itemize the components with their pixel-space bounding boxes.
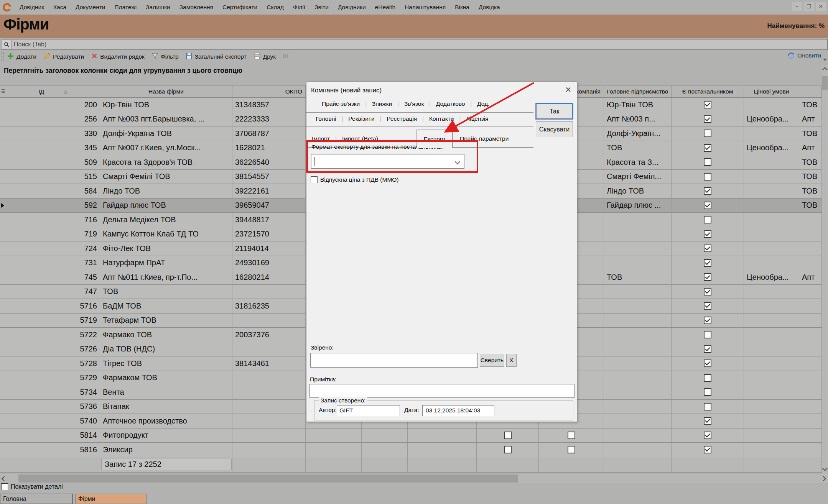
cell-name[interactable]: Кампус Коттон Клаб ТД ТО — [100, 227, 232, 241]
verify-clear-button[interactable]: X — [506, 354, 517, 367]
cell-name[interactable]: Красота та Здоров'я ТОВ — [100, 155, 232, 169]
cell-name[interactable]: Натурфарм ПрАТ — [100, 256, 232, 270]
vertical-scroll-thumb[interactable] — [822, 76, 828, 90]
cell-type[interactable] — [799, 328, 822, 342]
cell-okpo[interactable] — [232, 414, 306, 428]
cell-okpo[interactable]: 39448817 — [232, 213, 306, 227]
cell-price[interactable] — [744, 155, 799, 169]
cell-okpo[interactable] — [232, 428, 306, 443]
ok-button[interactable]: Так — [536, 103, 573, 119]
cell-ind[interactable] — [0, 400, 6, 414]
note-field[interactable] — [309, 384, 574, 398]
toolbar-button-Додати[interactable]: Додати — [7, 53, 36, 61]
cell-name[interactable]: Эликсир — [100, 443, 232, 457]
cell-h1[interactable] — [306, 428, 362, 443]
cell-price[interactable] — [744, 98, 799, 112]
cell-name[interactable]: Тігрес ТОВ — [100, 356, 232, 371]
verify-button[interactable]: Сверить — [480, 354, 504, 367]
cell-parent[interactable] — [604, 241, 672, 256]
cell-name[interactable]: Дельта Медікел ТОВ — [100, 213, 232, 227]
cell-price[interactable] — [744, 414, 799, 428]
tab-r3-2[interactable]: Імпорт (Beta) — [342, 135, 378, 142]
cell-type[interactable]: ТОВ — [799, 184, 822, 198]
cell-id[interactable]: 5740 — [6, 414, 100, 428]
menu-item-6[interactable]: Замовлення — [175, 0, 218, 15]
search-input[interactable]: Поиск (Tab) — [1, 39, 828, 50]
cell-parent[interactable] — [604, 443, 672, 457]
cell-ind[interactable] — [0, 213, 6, 227]
column-header-ind[interactable] — [0, 85, 6, 97]
cell-id[interactable]: 515 — [6, 170, 100, 184]
cell-price[interactable] — [744, 314, 799, 328]
cell-ind[interactable] — [0, 299, 6, 313]
cell-okpo[interactable] — [232, 443, 306, 457]
export-format-combobox[interactable] — [311, 154, 464, 169]
cell-okpo[interactable] — [232, 371, 306, 385]
toolbar-button-Загальний експорт[interactable]: Загальний експорт — [186, 53, 247, 61]
cell-price[interactable] — [744, 285, 799, 299]
scroll-left-icon[interactable] — [1, 475, 8, 482]
cell-price[interactable] — [744, 356, 799, 371]
checkbox-supplier-checked[interactable] — [704, 317, 711, 324]
cell-id[interactable]: 5736 — [6, 400, 100, 414]
cell-ind[interactable] — [0, 342, 6, 356]
tab-export[interactable]: Експорт — [416, 130, 453, 148]
cell-type[interactable]: ТОВ — [799, 199, 822, 213]
cell-okpo[interactable]: 23721570 — [232, 227, 306, 241]
checkbox-supplier-unchecked[interactable] — [704, 331, 711, 338]
cell-id[interactable]: 5816 — [6, 443, 100, 457]
cell-name[interactable]: Вента — [100, 385, 232, 399]
cell-name[interactable]: Долфі-Україна ТОВ — [100, 126, 232, 141]
tab-r3r-1[interactable]: Прайс-параметри — [460, 135, 509, 142]
menu-item-10[interactable]: Звіти — [310, 0, 333, 15]
cell-ind[interactable] — [0, 227, 6, 241]
checkbox-company-unchecked[interactable] — [568, 446, 575, 453]
menu-item-8[interactable]: Склад — [262, 0, 288, 15]
cell-parent[interactable] — [604, 314, 672, 328]
cell-name[interactable]: Апт №007 г.Киев, ул.Моск... — [100, 141, 232, 155]
cell-type[interactable] — [799, 385, 822, 399]
cell-name[interactable]: Вітапак — [100, 400, 232, 414]
scroll-up-icon[interactable] — [822, 66, 828, 74]
cell-h3[interactable] — [408, 428, 477, 443]
cell-type[interactable] — [799, 299, 822, 313]
cell-parent[interactable] — [604, 428, 672, 443]
cell-type[interactable] — [799, 414, 822, 428]
cell-price[interactable] — [744, 126, 799, 141]
checkbox-supplier-checked[interactable] — [704, 345, 711, 353]
cell-name[interactable]: Апт №011 г.Киев, пр-т.По... — [100, 270, 232, 284]
column-header-price[interactable]: Цінові умови — [744, 85, 799, 97]
tab-r1-1[interactable]: Прайс-зв'язки — [322, 100, 360, 107]
cell-id[interactable]: 5716 — [6, 299, 100, 313]
cell-parent[interactable] — [604, 385, 672, 399]
cell-ind[interactable] — [0, 98, 6, 112]
toolbar-button-Фільтр[interactable]: Фільтр — [151, 53, 179, 61]
checkbox-supplier-checked[interactable] — [704, 273, 711, 281]
cell-okpo[interactable] — [232, 285, 306, 299]
column-header-type[interactable] — [799, 85, 822, 97]
cell-price[interactable] — [744, 227, 799, 241]
cell-okpo[interactable]: 38143461 — [232, 356, 306, 371]
checkbox-supplier-unchecked[interactable] — [704, 374, 711, 382]
cell-type[interactable] — [799, 371, 822, 385]
cell-h2[interactable] — [362, 428, 408, 443]
cell-type[interactable]: Апт — [799, 112, 822, 126]
cell-ind[interactable] — [0, 314, 6, 328]
cell-price[interactable] — [744, 199, 799, 213]
checkbox-supplier-checked[interactable] — [704, 360, 711, 367]
checkbox-company-unchecked[interactable] — [568, 432, 575, 439]
menu-item-2[interactable]: Каса — [49, 0, 71, 15]
cell-type[interactable] — [799, 314, 822, 328]
cell-parent[interactable] — [604, 356, 672, 371]
tab-r1-4[interactable]: Додатково — [436, 100, 465, 107]
dialog-close-icon[interactable]: ✕ — [565, 85, 571, 94]
cell-ind[interactable] — [0, 155, 6, 169]
cell-name[interactable]: Аптечное производство — [100, 414, 232, 428]
cell-type[interactable] — [799, 356, 822, 371]
cell-okpo[interactable] — [232, 400, 306, 414]
cell-price[interactable] — [744, 385, 799, 399]
cell-okpo[interactable]: 16280214 — [232, 270, 306, 284]
checkbox-supplier-unchecked[interactable] — [704, 130, 711, 137]
checkbox-supplier-checked[interactable] — [704, 245, 711, 252]
cell-id[interactable]: 745 — [6, 270, 100, 284]
